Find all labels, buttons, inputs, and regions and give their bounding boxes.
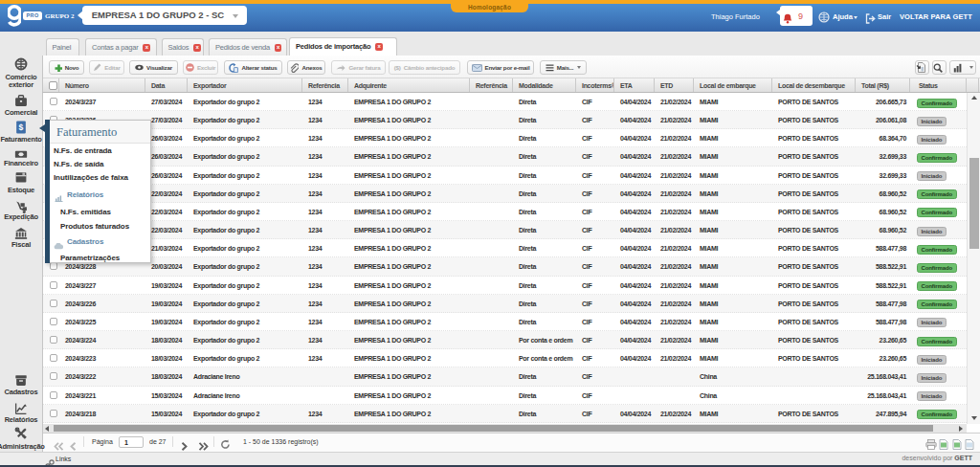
- svg-text:$: $: [19, 122, 24, 132]
